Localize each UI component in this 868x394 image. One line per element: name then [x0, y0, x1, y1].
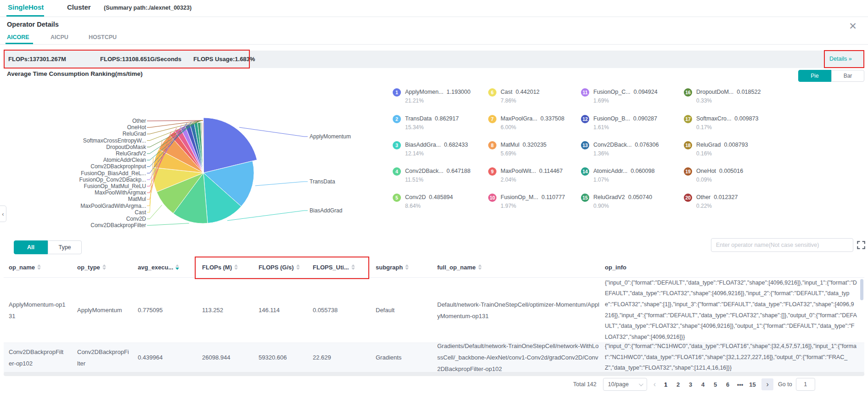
legend-percent: 1.97% — [501, 203, 565, 209]
details-link[interactable]: Details » — [829, 56, 852, 62]
tab-singlehost[interactable]: SingleHost — [8, 3, 44, 11]
sort-carets-icon[interactable] — [37, 264, 41, 270]
table-header-row: op_nameop_typeavg_execu...FLOPs (M)FLOPS… — [4, 257, 864, 278]
legend-item-BiasAddGrad[interactable]: 3BiasAddGra... 0.68243312.14% — [393, 141, 468, 157]
legend-item-OneHot[interactable]: 19OneHot 0.0050160.09% — [684, 167, 743, 183]
page-size-value: 10/page — [608, 381, 629, 388]
legend-item-SoftmaxCrossEntropyW...[interactable]: 17SoftmaxCro... 0.0098730.17% — [684, 115, 759, 131]
legend-percent: 5.69% — [501, 150, 547, 157]
legend-rank-badge: 20 — [684, 194, 692, 202]
column-label: op_name — [9, 264, 35, 271]
stat-flops: FLOPs:137301.267M — [8, 56, 66, 63]
sort-carets-icon[interactable] — [351, 264, 355, 270]
page-number-1[interactable]: 1 — [659, 381, 672, 388]
legend-percent: 1.07% — [593, 177, 654, 183]
sidebar-collapse-handle[interactable]: ‹ — [0, 206, 6, 222]
cell-FLOPS_Uti: 0.055738 — [313, 278, 367, 343]
legend-name-value: BiasAddGra... 0.682433 — [405, 141, 468, 149]
pie-label: SoftmaxCrossEntropyW... — [83, 137, 146, 144]
legend-item-ApplyMomentum[interactable]: 1ApplyMomen... 1.19300021.21% — [393, 88, 470, 104]
legend-item-TransData[interactable]: 2TransData 0.86291715.34% — [393, 115, 459, 131]
page-number-4[interactable]: 4 — [697, 381, 709, 388]
cell-op_type: ApplyMomentum — [77, 278, 130, 343]
legend-item-DropoutDoMask[interactable]: 16DropoutDoM... 0.0185220.33% — [684, 88, 761, 104]
legend-rank-badge: 11 — [581, 88, 589, 97]
cell-FLOPsM: 26098.944 — [202, 343, 252, 372]
legend-item-FusionOp_MatMul_ReLU[interactable]: 10FusionOp_M... 0.1107771.97% — [488, 194, 565, 209]
pie-leader-line — [227, 211, 308, 221]
filter-type-button[interactable]: Type — [48, 240, 82, 254]
sort-carets-icon[interactable] — [234, 264, 238, 270]
tab-cluster[interactable]: Cluster — [67, 3, 91, 11]
pie-leader-line — [147, 205, 162, 219]
page-number-3[interactable]: 3 — [684, 381, 697, 388]
legend-percent: 12.14% — [405, 150, 468, 157]
column-label: full_op_name — [437, 264, 476, 271]
column-header-FLOPS_Uti[interactable]: FLOPS_Uti... — [313, 257, 367, 278]
tabs-divider — [0, 44, 868, 45]
pie-label: Conv2DBackpropInput — [90, 163, 146, 170]
page-ellipsis[interactable]: ••• — [734, 381, 746, 388]
sort-carets-icon[interactable] — [478, 264, 482, 270]
pagination-total: Total 142 — [573, 381, 597, 388]
legend-item-Conv2D[interactable]: 5Conv2D 0.4858948.64% — [393, 194, 453, 209]
legend-rank-badge: 13 — [581, 141, 589, 149]
legend-item-FusionOp_BiasAdd_ReL...[interactable]: 12FusionOp_B... 0.0902871.61% — [581, 115, 657, 131]
legend-rank-badge: 9 — [488, 167, 496, 176]
column-header-FLOPSGs[interactable]: FLOPS (G/s) — [259, 257, 306, 278]
column-header-FLOPsM[interactable]: FLOPs (M) — [202, 257, 252, 278]
column-header-avg_execu[interactable]: avg_execu... — [138, 257, 194, 278]
sort-carets-icon[interactable] — [405, 264, 409, 270]
filter-all-button[interactable]: All — [14, 240, 48, 254]
column-label: op_type — [77, 264, 100, 271]
page-number-5[interactable]: 5 — [709, 381, 721, 388]
goto-page-input[interactable] — [796, 378, 815, 391]
cell-full_op_name: Gradients/Default/network-TrainOneStepCe… — [437, 343, 601, 372]
legend-item-FusionOp_Conv2DBackp...[interactable]: 11FusionOp_C... 0.0949241.69% — [581, 88, 658, 104]
legend-item-MatMul[interactable]: 8MatMul 0.3202355.69% — [488, 141, 547, 157]
pie-label: MatMul — [128, 196, 146, 202]
column-header-op_type[interactable]: op_type — [77, 257, 130, 278]
operator-details-screen: SingleHost Cluster (Summary path:./alexn… — [0, 0, 868, 394]
next-page-button[interactable]: › — [761, 378, 773, 390]
vertical-scrollbar-thumb[interactable] — [860, 279, 863, 300]
legend-item-MaxPoolWithArgmax[interactable]: 9MaxPoolWit... 0.1144672.04% — [488, 167, 563, 183]
legend-rank-badge: 19 — [684, 167, 692, 176]
legend-item-Conv2DBackpropInput[interactable]: 13Conv2DBack... 0.0763061.36% — [581, 141, 659, 157]
bar-button[interactable]: Bar — [831, 70, 864, 82]
core-tab-aicore[interactable]: AICORE — [7, 34, 29, 40]
legend-name-value: OneHot 0.005016 — [696, 167, 743, 175]
legend-name-value: SoftmaxCro... 0.009873 — [696, 115, 759, 123]
page-number-2[interactable]: 2 — [672, 381, 684, 388]
prev-page-button[interactable]: ‹ — [654, 380, 656, 388]
horizontal-scrollbar-track[interactable] — [4, 372, 864, 376]
core-tab-aicpu[interactable]: AICPU — [51, 34, 68, 40]
sort-carets-icon[interactable] — [175, 264, 179, 270]
cell-FLOPSGs: 59320.606 — [259, 343, 306, 372]
legend-item-Conv2DBackpropFilter[interactable]: 4Conv2DBack... 0.64718811.51% — [393, 167, 470, 183]
operator-search-input[interactable] — [711, 238, 853, 252]
cell-op_info: {"input_0":{"format":"DEFAULT","data_typ… — [605, 278, 857, 343]
column-header-subgraph[interactable]: subgraph — [376, 257, 430, 278]
page-number-6[interactable]: 6 — [721, 381, 734, 388]
core-tab-hostcpu[interactable]: HOSTCPU — [89, 34, 117, 40]
legend-item-ReluGrad[interactable]: 18ReluGrad 0.0087930.16% — [684, 141, 748, 157]
legend-item-ReluGradV2[interactable]: 15ReluGradV2 0.0507400.90% — [581, 194, 652, 209]
column-header-full_op_name[interactable]: full_op_name — [437, 257, 601, 278]
column-header-op_name[interactable]: op_name — [9, 257, 66, 278]
legend-item-Other[interactable]: 20Other 0.0123270.22% — [684, 194, 738, 209]
pie-button[interactable]: Pie — [798, 70, 831, 82]
legend-item-AtomicAddrClean[interactable]: 14AtomicAddr... 0.0600981.07% — [581, 167, 654, 183]
legend-name-value: FusionOp_M... 0.110777 — [501, 194, 565, 201]
legend-percent: 0.17% — [696, 124, 759, 131]
legend-item-Cast[interactable]: 6Cast 0.4420127.86% — [488, 88, 540, 104]
sort-carets-icon[interactable] — [102, 264, 106, 270]
page-number-15[interactable]: 15 — [746, 381, 759, 388]
close-icon[interactable]: ✕ — [846, 19, 860, 33]
legend-item-MaxPoolGradWithArgma...[interactable]: 7MaxPoolGra... 0.3375086.00% — [488, 115, 564, 131]
pagination: Total 142 10/page ‹ 123456•••15 › Go to — [573, 377, 864, 392]
fullscreen-expand-icon[interactable] — [857, 241, 865, 249]
active-tab-underline — [6, 15, 44, 17]
sort-carets-icon[interactable] — [296, 264, 300, 270]
page-size-select[interactable]: 10/page — [603, 378, 647, 391]
